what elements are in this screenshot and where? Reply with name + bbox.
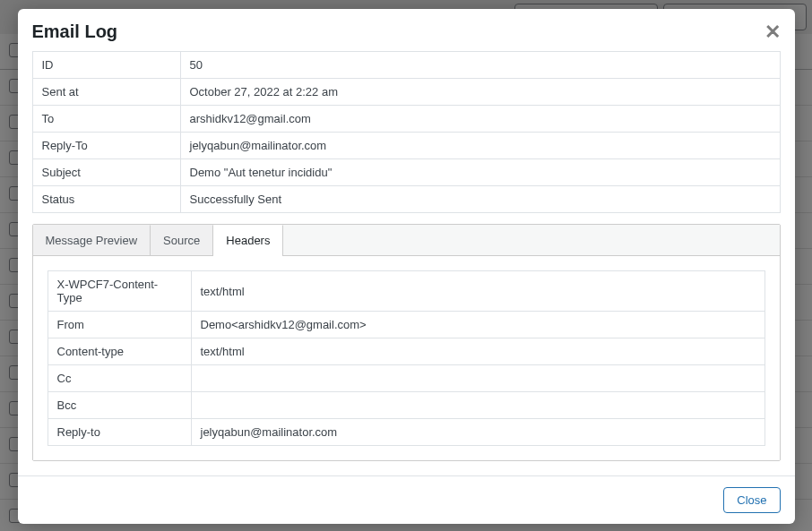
info-row-reply-to: Reply-Tojelyqabun@mailinator.com	[32, 133, 780, 159]
info-row-id: ID50	[32, 52, 780, 79]
email-log-modal: Email Log ✕ ID50 Sent atOctober 27, 2022…	[18, 9, 795, 524]
close-icon[interactable]: ✕	[764, 22, 781, 42]
tab-message-preview[interactable]: Message Preview	[33, 225, 151, 255]
header-row: FromDemo<arshidkv12@gmail.com>	[48, 312, 764, 338]
modal-overlay: Email Log ✕ ID50 Sent atOctober 27, 2022…	[0, 0, 812, 531]
header-row: X-WPCF7-Content-Typetext/html	[48, 271, 764, 312]
headers-table: X-WPCF7-Content-Typetext/html FromDemo<a…	[48, 270, 765, 446]
modal-body: ID50 Sent atOctober 27, 2022 at 2:22 am …	[18, 51, 795, 475]
info-row-subject: SubjectDemo "Aut tenetur incididu"	[32, 159, 780, 186]
header-row: Bcc	[48, 392, 764, 419]
info-row-sent-at: Sent atOctober 27, 2022 at 2:22 am	[32, 79, 780, 106]
tab-content-headers: X-WPCF7-Content-Typetext/html FromDemo<a…	[33, 256, 780, 460]
info-row-status: StatusSuccessfully Sent	[32, 186, 780, 213]
modal-title: Email Log	[32, 21, 118, 42]
header-row: Content-typetext/html	[48, 338, 764, 365]
info-row-to: Toarshidkv12@gmail.com	[32, 106, 780, 133]
tabs-container: Message Preview Source Headers X-WPCF7-C…	[32, 224, 781, 461]
tab-source[interactable]: Source	[151, 225, 213, 255]
header-row: Reply-tojelyqabun@mailinator.com	[48, 419, 764, 446]
tab-headers[interactable]: Headers	[213, 225, 283, 256]
modal-header: Email Log ✕	[18, 9, 795, 51]
header-row: Cc	[48, 365, 764, 392]
modal-footer: Close	[18, 475, 795, 524]
tabs: Message Preview Source Headers	[33, 225, 780, 256]
info-table: ID50 Sent atOctober 27, 2022 at 2:22 am …	[32, 51, 781, 213]
close-button[interactable]: Close	[723, 487, 780, 513]
